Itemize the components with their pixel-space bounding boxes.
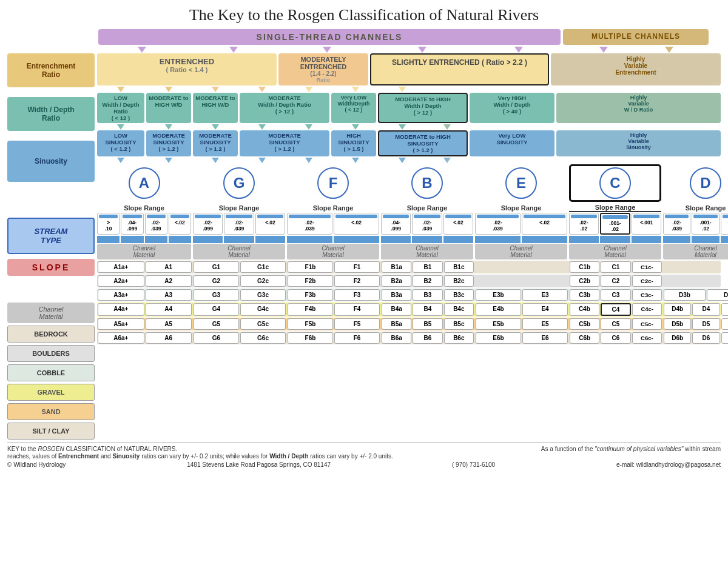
sin-mod-high-box: MODERATE to HIGHSINUOSITY( > 1.2 )	[378, 130, 468, 156]
cell-B1c: B1c	[444, 261, 474, 273]
mod-entrenched-box: MODERATELYENTRENCHED (1.4 - 2.2) Ratio	[278, 53, 368, 85]
slope-B3: <.02	[443, 213, 473, 235]
wd-low-box: LOWWidth / Depth Ratio( < 12 )	[97, 93, 144, 123]
cell-C2b: C2b	[570, 275, 599, 287]
cell-C1b: C1b	[570, 261, 599, 273]
slope-D3: <.001	[721, 213, 728, 235]
cm-G: ChannelMaterial	[193, 244, 285, 259]
cell-G6: G6	[194, 332, 239, 344]
width-depth-row: LOWWidth / Depth Ratio( < 12 ) MODERATE …	[97, 93, 721, 123]
slope-A4: <.02	[169, 213, 191, 235]
arrow-da	[642, 47, 696, 53]
cell-B6: B6	[413, 332, 442, 344]
slope-C3: <.001	[632, 213, 661, 235]
cell-C4b: C4b	[570, 303, 599, 316]
arrow-mod-entrenched2	[281, 47, 372, 53]
label-boulders: BOULDERS	[7, 345, 95, 362]
cell-A1a: A1a+	[98, 261, 144, 273]
wd-moderate-box: MODERATEWidth / Depth Ratio( > 12 )	[240, 93, 329, 123]
cell-E3: E3	[522, 289, 568, 301]
sin-mod3-box: MODERATESINUOSITY( > 1.2 )	[240, 130, 329, 156]
arrow-d	[568, 47, 639, 53]
arrow-entrenched	[98, 47, 186, 53]
cell-B3: B3	[413, 289, 442, 301]
slope-B1: .04-.099	[381, 213, 411, 235]
cell-G5: G5	[194, 318, 239, 330]
label-stream-type: STREAM TYPE	[7, 218, 95, 254]
label-cobble: COBBLE	[7, 364, 95, 381]
cell-G1c: G1c	[240, 261, 286, 273]
slope-D2: .001-.02	[692, 213, 719, 235]
slope-D1: .02-.039	[663, 213, 690, 235]
cell-A3a: A3a+	[98, 289, 144, 301]
cell-G2: G2	[194, 275, 239, 287]
slope-A2: .04-.099	[121, 213, 143, 235]
cell-C2: C2	[601, 275, 630, 287]
cell-F5: F5	[334, 318, 380, 330]
cell-B5a: B5a	[382, 318, 411, 330]
cell-D-bedrock-empty2	[707, 261, 728, 273]
stream-type-A: A	[97, 167, 191, 199]
cell-F4: F4	[334, 303, 380, 316]
slope-range-label-B: Slope Range	[381, 204, 473, 212]
cell-F3: F3	[334, 289, 380, 301]
footer-phone: ( 970) 731-6100	[452, 461, 495, 468]
slope-B2: .02-.039	[412, 213, 442, 235]
cell-F2b: F2b	[288, 275, 333, 287]
footer-bottom-row: © Wildland Hydrology 1481 Stevens Lake R…	[7, 461, 721, 468]
footer-line2: reaches, values of Entrenchment and Sinu…	[7, 453, 721, 460]
sin-mod1-box: MODERATESINUOSITY( > 1.2 )	[146, 130, 191, 156]
label-bedrock: BEDROCK	[7, 326, 95, 343]
cell-F5b: F5b	[288, 318, 333, 330]
stream-type-G: G	[193, 167, 285, 199]
cell-D4c: D4c-	[721, 303, 728, 316]
blue-bars-row	[97, 236, 721, 243]
multiple-channels-banner: MULTIPLE CHANNELS	[563, 29, 709, 45]
slope-range-label-A: Slope Range	[97, 204, 191, 212]
page: The Key to the Rosgen Classification of …	[0, 0, 728, 473]
stream-type-E: E	[475, 167, 567, 199]
cell-A3: A3	[146, 289, 192, 301]
silt-row: A6a+ A6 G6 G6c F6b F6 B6a B6 B6c E6b	[97, 332, 721, 344]
cell-F1: F1	[334, 261, 380, 273]
cm-F: ChannelMaterial	[287, 244, 379, 259]
cell-C3: C3	[601, 289, 630, 301]
stream-type-B: B	[381, 167, 473, 199]
cell-A6a: A6a+	[98, 332, 144, 344]
slope-range-label-E: Slope Range	[475, 204, 567, 212]
channel-material-header-row: ChannelMaterial ChannelMaterial ChannelM…	[97, 244, 721, 259]
slope-range-label-F: Slope Range	[287, 204, 379, 212]
cell-A4: A4	[146, 303, 192, 316]
slope-E2: <.02	[522, 213, 567, 235]
slope-F2: <.02	[334, 213, 379, 235]
gravel-row: A4a+ A4 G4 G4c F4b F4 B4a B4 B4c E4b	[97, 303, 721, 316]
slope-C2-highlighted: .001-.02	[600, 213, 631, 235]
slope-G3: <.02	[255, 213, 285, 235]
footer-left: KEY to the ROSGEN CLASSIFICATION of NATU…	[7, 446, 177, 452]
cell-B4: B4	[413, 303, 442, 316]
cobble-row: A3a+ A3 G3 G3c F3b F3 B3a B3 B3c E3b	[97, 289, 721, 301]
cell-B1a: B1a	[382, 261, 411, 273]
slope-range-label-G: Slope Range	[193, 204, 285, 212]
cell-C1c: C1c-	[632, 261, 662, 273]
label-width-depth-ratio: Width / Depth Ratio	[7, 97, 95, 131]
cell-D5c: D5c-	[721, 318, 728, 330]
cell-C2c: C2c-	[632, 275, 662, 287]
slope-range-label-D: Slope Range	[663, 204, 728, 212]
boulders-row: A2a+ A2 G2 G2c F2b F2 B2a B2 B2c	[97, 275, 721, 287]
bedrock-row: A1a+ A1 G1 G1c F1b F1 B1a B1 B1c	[97, 261, 721, 273]
label-entrenchment-ratio: Entrenchment Ratio	[7, 53, 95, 87]
footer-address: 1481 Stevens Lake Road Pagosa Springs, C…	[187, 461, 331, 468]
cell-B4c: B4c	[444, 303, 474, 316]
cell-G6c: G6c	[240, 332, 286, 344]
slope-F1: .02-.039	[287, 213, 332, 235]
cell-E5b: E5b	[476, 318, 521, 330]
cell-D-bedrock-empty	[664, 261, 706, 273]
cell-G3c: G3c	[240, 289, 286, 301]
footer-email: e-mail: wildlandhydrology@pagosa.net	[616, 461, 721, 468]
cell-E3b: E3b	[476, 289, 521, 301]
cm-D: ChannelMaterial	[663, 244, 728, 259]
cm-B: ChannelMaterial	[381, 244, 473, 259]
slope-C1: .02-.02	[569, 213, 599, 235]
cell-E-bedrock-empty1	[476, 261, 521, 273]
